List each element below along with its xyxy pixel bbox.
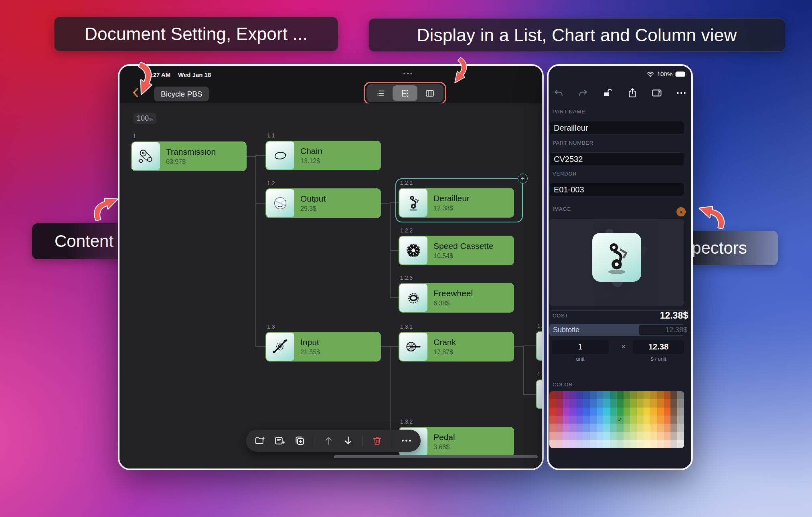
color-swatch[interactable] bbox=[637, 440, 644, 448]
color-swatch[interactable] bbox=[617, 424, 624, 432]
color-swatch[interactable] bbox=[610, 432, 617, 440]
color-swatch[interactable] bbox=[610, 440, 617, 448]
color-swatch[interactable] bbox=[576, 424, 583, 432]
add-group-icon[interactable] bbox=[255, 435, 265, 446]
color-swatch[interactable] bbox=[563, 416, 570, 424]
color-swatch[interactable] bbox=[670, 416, 677, 424]
color-swatch[interactable] bbox=[603, 432, 610, 440]
part-node-1.1[interactable]: Chain13.12$ bbox=[265, 141, 381, 170]
color-swatch[interactable] bbox=[576, 408, 583, 416]
part-node-1.3[interactable]: Input21.55$ bbox=[265, 332, 381, 361]
color-swatch[interactable] bbox=[603, 408, 610, 416]
color-swatch[interactable] bbox=[657, 432, 664, 440]
more-icon[interactable] bbox=[401, 435, 412, 446]
color-swatch[interactable] bbox=[610, 416, 617, 424]
color-swatch[interactable] bbox=[657, 399, 664, 407]
duplicate-icon[interactable] bbox=[294, 435, 305, 446]
color-swatch[interactable] bbox=[617, 432, 624, 440]
color-swatch[interactable] bbox=[610, 391, 617, 399]
color-swatch[interactable] bbox=[583, 424, 590, 432]
color-swatch[interactable] bbox=[563, 391, 570, 399]
color-swatch[interactable] bbox=[563, 424, 570, 432]
color-swatch[interactable] bbox=[597, 408, 603, 416]
color-swatch[interactable] bbox=[677, 432, 684, 440]
share-icon[interactable] bbox=[627, 88, 638, 98]
color-swatch[interactable] bbox=[590, 424, 597, 432]
color-swatch[interactable] bbox=[637, 399, 644, 407]
color-swatch[interactable] bbox=[610, 424, 617, 432]
view-mode-tree-button[interactable] bbox=[393, 85, 417, 101]
color-swatch[interactable] bbox=[657, 391, 664, 399]
color-swatch[interactable] bbox=[569, 391, 576, 399]
color-swatch[interactable] bbox=[576, 416, 583, 424]
color-swatch[interactable] bbox=[590, 399, 597, 407]
color-swatch[interactable] bbox=[664, 408, 671, 416]
color-swatch[interactable] bbox=[549, 432, 556, 440]
color-swatch[interactable] bbox=[556, 391, 563, 399]
color-swatch[interactable] bbox=[677, 391, 684, 399]
color-swatch[interactable] bbox=[657, 416, 664, 424]
color-swatch[interactable] bbox=[549, 440, 556, 448]
color-swatch[interactable] bbox=[650, 391, 657, 399]
part-name-field[interactable]: Derailleur bbox=[549, 121, 684, 135]
color-swatch[interactable] bbox=[576, 391, 583, 399]
color-swatch[interactable] bbox=[630, 432, 637, 440]
unit-price-field[interactable]: 12.38 bbox=[633, 340, 684, 354]
color-swatch[interactable] bbox=[637, 391, 644, 399]
part-node-1.2[interactable]: Output29.3$ bbox=[265, 188, 381, 218]
panel-icon[interactable] bbox=[652, 88, 662, 98]
part-node-1.2.2[interactable]: Speed Cassette10.54$ bbox=[399, 236, 514, 265]
color-swatch[interactable] bbox=[657, 424, 664, 432]
color-swatch[interactable] bbox=[677, 424, 684, 432]
color-swatch[interactable] bbox=[630, 440, 637, 448]
color-swatch[interactable] bbox=[657, 440, 664, 448]
move-down-icon[interactable] bbox=[343, 435, 354, 446]
color-swatch[interactable] bbox=[569, 408, 576, 416]
color-swatch[interactable] bbox=[583, 399, 590, 407]
canvas[interactable]: 100% 1Transmission63.97$1.1Chain13.12$1.… bbox=[119, 103, 542, 470]
color-swatch[interactable] bbox=[603, 440, 610, 448]
part-image-preview[interactable] bbox=[549, 219, 684, 306]
color-swatch[interactable] bbox=[650, 440, 657, 448]
color-swatch[interactable] bbox=[549, 424, 556, 432]
document-title[interactable]: Bicycle PBS bbox=[154, 87, 209, 101]
color-swatch[interactable] bbox=[597, 440, 603, 448]
color-swatch[interactable] bbox=[644, 416, 650, 424]
color-swatch[interactable] bbox=[610, 399, 617, 407]
color-swatch[interactable] bbox=[563, 432, 570, 440]
color-swatch[interactable] bbox=[603, 391, 610, 399]
color-swatch[interactable] bbox=[630, 391, 637, 399]
view-mode-columns-button[interactable] bbox=[417, 85, 442, 101]
color-swatch[interactable] bbox=[556, 432, 563, 440]
color-swatch[interactable] bbox=[664, 399, 671, 407]
color-swatch[interactable] bbox=[637, 432, 644, 440]
color-swatch[interactable] bbox=[624, 440, 630, 448]
color-swatch[interactable] bbox=[664, 424, 671, 432]
color-swatch[interactable] bbox=[597, 399, 603, 407]
color-swatch[interactable] bbox=[670, 399, 677, 407]
color-swatch[interactable] bbox=[664, 416, 671, 424]
color-swatch[interactable] bbox=[677, 399, 684, 407]
color-swatch[interactable] bbox=[624, 416, 630, 424]
color-swatch[interactable] bbox=[644, 432, 650, 440]
color-swatch[interactable] bbox=[576, 440, 583, 448]
color-swatch[interactable] bbox=[670, 408, 677, 416]
color-swatch[interactable] bbox=[597, 391, 603, 399]
color-swatch[interactable] bbox=[637, 424, 644, 432]
color-swatch[interactable] bbox=[624, 432, 630, 440]
color-swatch[interactable] bbox=[670, 432, 677, 440]
color-swatch[interactable] bbox=[576, 399, 583, 407]
color-swatch[interactable] bbox=[583, 432, 590, 440]
color-swatch[interactable] bbox=[644, 408, 650, 416]
color-swatch[interactable]: ✓ bbox=[617, 416, 624, 424]
part-node-1.2.3[interactable]: Freewheel6.38$ bbox=[399, 283, 514, 313]
unlock-icon[interactable] bbox=[602, 88, 613, 98]
color-swatch[interactable] bbox=[597, 432, 603, 440]
color-swatch[interactable] bbox=[583, 416, 590, 424]
color-swatch[interactable] bbox=[576, 432, 583, 440]
color-swatch[interactable] bbox=[644, 391, 650, 399]
color-swatch[interactable] bbox=[630, 416, 637, 424]
color-swatch[interactable] bbox=[617, 391, 624, 399]
part-node-1.3.1.2[interactable] bbox=[536, 380, 542, 409]
part-number-field[interactable]: CV2532 bbox=[549, 152, 684, 166]
